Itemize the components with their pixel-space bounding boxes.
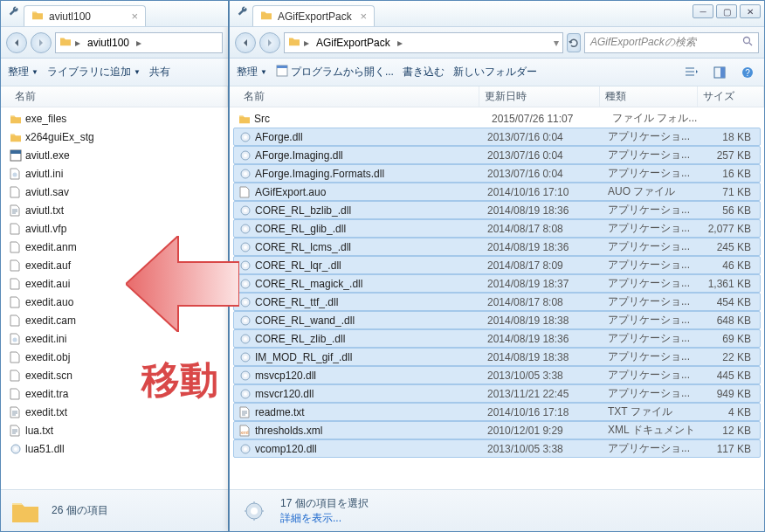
burn-button[interactable]: 書き込む [403, 65, 445, 79]
dll-thumb-icon [238, 496, 270, 526]
file-row[interactable]: CORE_RL_glib_.dll2014/08/17 8:08アプリケーショ.… [233, 219, 761, 238]
share-button[interactable]: 共有 [149, 65, 170, 79]
file-row[interactable]: aviutl.exe [1, 146, 228, 164]
file-row[interactable]: AGifExport.auo2014/10/16 17:10AUO ファイル71… [233, 183, 761, 201]
preview-pane-button[interactable] [710, 63, 729, 82]
tab-aviutl100[interactable]: aviutl100 × [24, 5, 146, 26]
file-row[interactable]: CORE_RL_wand_.dll2014/08/19 18:38アプリケーショ… [233, 311, 761, 329]
file-row[interactable]: lua.txt [1, 421, 228, 439]
address-box[interactable]: ▸ aviutl100 ▸ [55, 32, 223, 53]
file-row[interactable]: CORE_RL_zlib_.dll2014/08/19 18:36アプリケーショ… [233, 329, 761, 348]
open-with-button[interactable]: プログラムから開く... [276, 65, 394, 79]
file-row[interactable]: exedit.txt [1, 403, 228, 421]
svg-point-30 [244, 301, 247, 304]
forward-button[interactable] [259, 32, 280, 53]
file-row[interactable]: exedit.cam [1, 311, 228, 329]
tab-bar: AGifExportPack × ─ ▢ ✕ [230, 1, 764, 27]
file-name: exedit.aui [25, 278, 228, 290]
file-date: 2014/08/17 8:08 [487, 296, 608, 308]
file-row[interactable]: aviutl.vfp [1, 219, 228, 238]
file-row[interactable]: exedit.anm [1, 238, 228, 256]
file-name: CORE_RL_lcms_.dll [255, 241, 487, 253]
file-row[interactable]: exedit.scn [1, 366, 228, 384]
file-row[interactable]: IM_MOD_RL_gif_.dll2014/08/19 18:38アプリケーシ… [233, 348, 761, 366]
file-name: aviutl.exe [25, 149, 228, 162]
file-row[interactable]: exedit.auf [1, 256, 228, 274]
view-options-button[interactable] [682, 63, 701, 82]
back-button[interactable] [235, 32, 256, 53]
file-type: アプリケーショ... [608, 276, 702, 291]
organize-button[interactable]: 整理▼ [8, 65, 38, 79]
file-type: アプリケーショ... [608, 203, 702, 218]
file-row[interactable]: lua51.dll [1, 439, 228, 458]
file-type: アプリケーショ... [608, 331, 702, 346]
file-row[interactable]: msvcr120.dll2013/11/21 22:45アプリケーショ...94… [233, 384, 761, 403]
file-row[interactable]: exe_files [1, 109, 228, 128]
details-pane: 26 個の項目 [1, 489, 228, 531]
col-type[interactable]: 種類 [600, 86, 698, 107]
new-folder-button[interactable]: 新しいフォルダー [453, 65, 537, 79]
address-box[interactable]: ▸ AGifExportPack ▸ ▾ [284, 32, 563, 53]
file-row[interactable]: CORE_RL_ttf_.dll2014/08/17 8:08アプリケーショ..… [233, 293, 761, 311]
breadcrumb-item[interactable]: AGifExportPack [313, 37, 394, 49]
file-row[interactable]: xmlthresholds.xml2010/12/01 9:29XML ドキュメ… [233, 421, 761, 439]
toolbar: 整理▼ ライブラリに追加▼ 共有 [1, 59, 228, 86]
file-row[interactable]: CORE_RL_lcms_.dll2014/08/19 18:36アプリケーショ… [233, 238, 761, 256]
tab-agifexportpack[interactable]: AGifExportPack × [252, 5, 375, 26]
file-row[interactable]: x264guiEx_stg [1, 128, 228, 146]
forward-button[interactable] [31, 32, 52, 53]
file-type: アプリケーショ... [608, 239, 702, 254]
file-date: 2010/12/01 9:29 [487, 425, 608, 437]
file-row[interactable]: readme.txt2014/10/16 17:18TXT ファイル4 KB [233, 403, 761, 421]
refresh-button[interactable] [567, 33, 581, 52]
svg-point-26 [244, 264, 247, 267]
column-header: 名前 更新日時 種類 サイズ [230, 86, 764, 107]
svg-point-24 [244, 245, 247, 249]
file-row[interactable]: msvcp120.dll2013/10/05 3:38アプリケーショ...445… [233, 366, 761, 384]
organize-button[interactable]: 整理▼ [237, 65, 267, 79]
dll-icon [239, 131, 255, 143]
file-row[interactable]: CORE_RL_lqr_.dll2014/08/17 8:09アプリケーショ..… [233, 256, 761, 274]
maximize-button[interactable]: ▢ [716, 4, 737, 18]
col-name[interactable]: 名前 [238, 86, 479, 107]
help-button[interactable]: ? [738, 63, 757, 82]
file-row[interactable]: exedit.ini [1, 329, 228, 348]
add-to-library-button[interactable]: ライブラリに追加▼ [47, 65, 141, 79]
col-date[interactable]: 更新日時 [479, 86, 600, 107]
svg-rect-8 [277, 66, 287, 68]
file-name: CORE_RL_wand_.dll [255, 314, 487, 327]
close-icon[interactable]: × [360, 10, 367, 23]
dll-icon [239, 168, 255, 180]
wrench-icon[interactable] [8, 6, 20, 21]
file-list[interactable]: exe_filesx264guiEx_stgaviutl.exeaviutl.i… [1, 107, 228, 489]
file-row[interactable]: aviutl.sav [1, 183, 228, 201]
file-row[interactable]: AForge.Imaging.dll2013/07/16 0:04アプリケーショ… [233, 146, 761, 164]
back-button[interactable] [6, 32, 27, 53]
file-row[interactable]: Src2015/07/26 11:07ファイル フォル... [230, 109, 764, 128]
wrench-icon[interactable] [237, 6, 249, 21]
file-row[interactable]: exedit.obj [1, 348, 228, 366]
file-row[interactable]: CORE_RL_bzlib_.dll2014/08/19 18:36アプリケーシ… [233, 201, 761, 219]
svg-text:xml: xml [240, 430, 248, 435]
file-row[interactable]: exedit.auo [1, 293, 228, 311]
search-box[interactable]: AGifExportPackの検索 [584, 32, 759, 53]
svg-point-2 [13, 172, 17, 176]
file-row[interactable]: vcomp120.dll2013/10/05 3:38アプリケーショ...117… [233, 439, 761, 458]
minimize-button[interactable]: ─ [693, 4, 713, 18]
breadcrumb-item[interactable]: aviutl100 [84, 37, 133, 49]
file-row[interactable]: aviutl.ini [1, 164, 228, 183]
file-row[interactable]: exedit.tra [1, 384, 228, 403]
col-size[interactable]: サイズ [698, 86, 764, 107]
file-date: 2013/07/16 0:04 [487, 131, 608, 143]
close-button[interactable]: ✕ [740, 4, 761, 18]
file-row[interactable]: CORE_RL_magick_.dll2014/08/19 18:37アプリケー… [233, 274, 761, 293]
file-row[interactable]: exedit.aui [1, 274, 228, 293]
show-details-link[interactable]: 詳細を表示... [280, 511, 369, 526]
file-list[interactable]: Src2015/07/26 11:07ファイル フォル...AForge.dll… [230, 107, 764, 489]
close-icon[interactable]: × [131, 10, 138, 23]
file-row[interactable]: AForge.Imaging.Formats.dll2013/07/16 0:0… [233, 164, 761, 183]
file-row[interactable]: aviutl.txt [1, 201, 228, 219]
file-row[interactable]: AForge.dll2013/07/16 0:04アプリケーショ...18 KB [233, 128, 761, 146]
txt-icon [10, 406, 25, 418]
col-name[interactable]: 名前 [10, 86, 228, 107]
